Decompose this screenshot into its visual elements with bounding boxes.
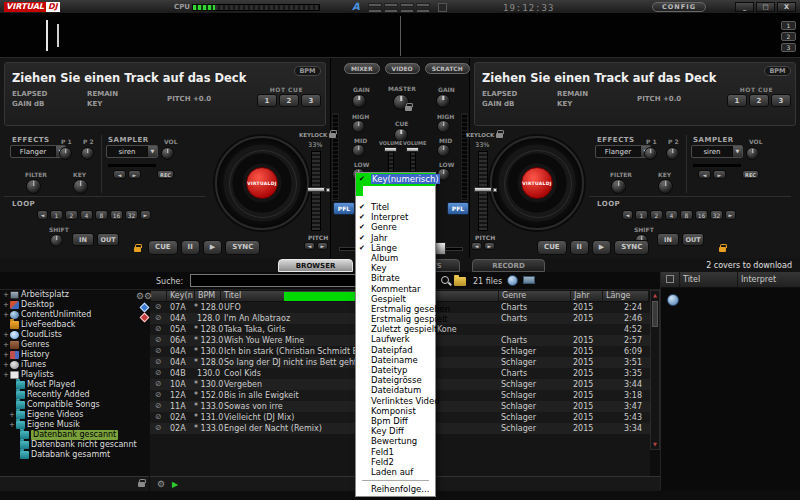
menu-item[interactable]: ✔ Genre — [356, 222, 435, 232]
sampler-vol-knob[interactable] — [746, 147, 759, 160]
play-icon[interactable]: ▶ — [172, 479, 178, 490]
gears-icon[interactable]: ⚙⚙ — [136, 292, 152, 301]
zone-button-1[interactable]: 1 — [781, 21, 796, 30]
menu-item[interactable]: Key — [356, 263, 435, 273]
network-computer-icon[interactable] — [523, 276, 535, 284]
jog-wheel[interactable]: VIRTUALDJ — [215, 136, 309, 230]
expander-icon[interactable]: + — [3, 351, 8, 359]
hot-cue-1-button[interactable]: 1 — [727, 94, 747, 107]
tab-record[interactable]: RECORD — [472, 259, 545, 272]
chevron-down-icon[interactable]: ▼ — [147, 146, 157, 157]
pitch-bend-minus-button[interactable]: ◄ — [471, 242, 482, 250]
menu-item[interactable]: Key Diff — [356, 426, 435, 436]
play-button[interactable]: ▶ — [592, 240, 611, 255]
hot-cue-2-button[interactable]: 2 — [749, 94, 769, 107]
sampler-select[interactable]: siren ▼ — [691, 145, 743, 158]
menu-item[interactable]: Feld2 — [356, 457, 435, 467]
loop-1-button[interactable]: 1 — [635, 210, 648, 220]
menu-item[interactable]: Erstmalig gesehen — [356, 304, 435, 314]
scrollbar-thumb[interactable] — [652, 301, 658, 327]
jog-wheel[interactable]: VIRTUALDJ — [490, 136, 584, 230]
gear-icon[interactable]: ⚙ — [157, 479, 165, 490]
menu-item[interactable]: Dateipfad — [356, 345, 435, 355]
menu-item[interactable]: Erstmalig gespielt — [356, 314, 435, 324]
volume-left-handle[interactable] — [384, 147, 397, 152]
add-blue-star-icon[interactable] — [139, 303, 149, 313]
expander-icon[interactable]: + — [9, 421, 14, 429]
zone-button-2[interactable]: 2 — [781, 32, 796, 41]
menu-item[interactable]: Laufwerk — [356, 334, 435, 344]
loop-16-button[interactable]: 16 — [695, 210, 708, 220]
checkbox-icon[interactable] — [666, 275, 674, 283]
loop-1-button[interactable]: 1 — [50, 210, 63, 220]
pitch-bend-minus-button[interactable]: ◄ — [304, 242, 315, 250]
key-knob[interactable] — [73, 179, 88, 194]
loop-2-button[interactable]: 2 — [65, 210, 78, 220]
mid-left-knob[interactable] — [352, 144, 365, 157]
sidebar-item[interactable]: + Arbeitsplatz — [0, 290, 148, 300]
loop-lock-icon[interactable] — [719, 247, 726, 252]
sampler-next-button[interactable]: ► — [713, 170, 726, 179]
tab-video[interactable]: VIDEO — [385, 63, 420, 74]
sampler-prev-button[interactable]: ◄ — [113, 170, 126, 179]
bpm-button[interactable]: BPM — [764, 66, 791, 76]
folder-icon[interactable] — [454, 277, 466, 286]
loop-2-button[interactable]: 2 — [650, 210, 663, 220]
gain-right-knob[interactable] — [436, 94, 450, 108]
add-red-star-icon[interactable] — [139, 313, 149, 323]
scroll-up-icon[interactable]: ▲ — [651, 292, 659, 299]
loop-in-button[interactable]: IN — [72, 233, 94, 246]
stutter-button[interactable]: II — [181, 240, 200, 255]
scroll-down-icon[interactable]: ▼ — [651, 441, 659, 448]
sidebar-item[interactable]: + CloudLists — [0, 330, 148, 340]
menu-item[interactable]: Dateityp — [356, 365, 435, 375]
column-bpm[interactable]: BPM — [195, 291, 221, 301]
sampler-rec-button[interactable]: REC — [157, 170, 174, 179]
hot-cue-2-button[interactable]: 2 — [279, 94, 299, 107]
hot-cue-3-button[interactable]: 3 — [771, 94, 791, 107]
menu-item[interactable]: ✔ Jahr — [356, 233, 435, 243]
high-left-knob[interactable] — [352, 120, 365, 133]
loop-half-button[interactable]: ◄ — [37, 210, 48, 220]
cue-button[interactable]: CUE — [148, 240, 178, 255]
expander-icon[interactable]: + — [3, 311, 8, 319]
loop-out-button[interactable]: OUT — [97, 233, 119, 246]
globe-icon[interactable] — [667, 294, 679, 306]
lock-icon[interactable] — [405, 106, 412, 111]
tab-mixer[interactable]: MIXER — [344, 63, 380, 74]
sidebar-item[interactable]: + Desktop — [0, 300, 148, 310]
loop-8-button[interactable]: 8 — [680, 210, 693, 220]
expander-icon[interactable]: + — [9, 411, 14, 419]
menu-item[interactable]: Gespielt — [356, 294, 435, 304]
loop-4-button[interactable]: 4 — [665, 210, 678, 220]
sidebar-item[interactable]: + Playlists — [0, 370, 148, 380]
menu-item[interactable]: Kommentar — [356, 284, 435, 294]
lock-icon[interactable] — [138, 482, 145, 487]
expander-icon[interactable]: + — [3, 301, 8, 309]
cue-button[interactable]: CUE — [537, 240, 567, 255]
menu-item[interactable]: Laden auf — [356, 467, 435, 477]
config-button[interactable]: CONFIG — [652, 2, 706, 12]
sync-button[interactable]: SYNC — [614, 240, 649, 255]
sidebar-item[interactable]: LiveFeedback — [0, 320, 148, 330]
menu-item[interactable]: Verlinktes Video — [356, 396, 435, 406]
volume-right-handle[interactable] — [406, 147, 419, 152]
menu-item[interactable]: Dateiname — [356, 355, 435, 365]
sidebar-item[interactable]: + History — [0, 350, 148, 360]
minimize-button[interactable]: _ — [735, 2, 754, 12]
zone-button-3[interactable]: 3 — [781, 43, 796, 52]
keylock-lock-icon[interactable] — [496, 133, 503, 138]
sampler-next-button[interactable]: ► — [128, 170, 141, 179]
loop-32-button[interactable]: 32 — [710, 210, 723, 220]
menu-item[interactable]: Reihenfolge... — [356, 484, 435, 494]
loop-double-button[interactable]: ► — [140, 210, 151, 220]
effect-p2-knob[interactable] — [81, 147, 94, 160]
expander-icon[interactable]: + — [3, 341, 8, 349]
loop-double-button[interactable]: ► — [725, 210, 736, 220]
waveform-display[interactable]: 1 2 3 — [0, 14, 800, 58]
sampler-prev-button[interactable]: ◄ — [698, 170, 711, 179]
menu-item[interactable]: Feld1 — [356, 447, 435, 457]
expander-icon[interactable]: + — [3, 331, 8, 339]
effect-select[interactable]: Flanger ▼ — [10, 145, 66, 158]
menu-item[interactable]: Dateidatum — [356, 385, 435, 395]
